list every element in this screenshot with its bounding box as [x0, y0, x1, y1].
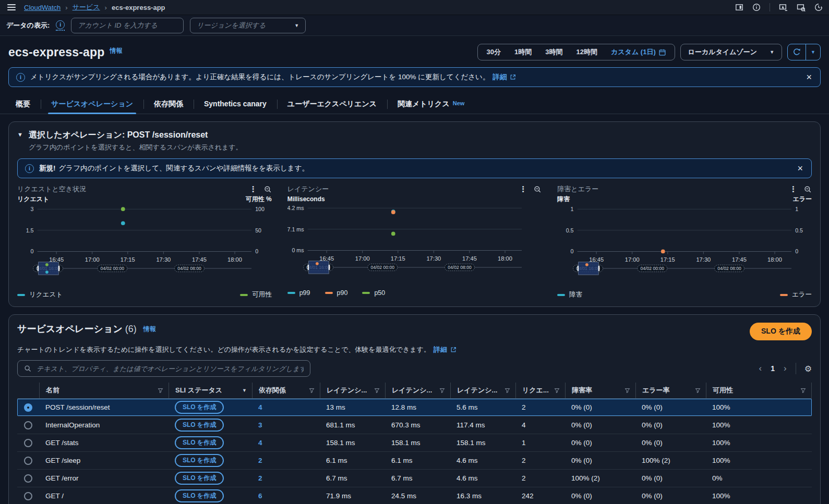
timeline-brush[interactable] — [308, 261, 329, 274]
create-slo-pill-button[interactable]: SLO を作成 — [175, 489, 224, 502]
gear-icon[interactable]: ⚙ — [803, 364, 812, 374]
timeline-brush[interactable] — [39, 262, 59, 275]
table-row-6[interactable]: GET /SLO を作成671.9 ms24.5 ms16.3 ms2420% … — [17, 487, 812, 504]
chart-menu-icon[interactable]: ⋮ — [519, 185, 527, 194]
data-point-エラー[interactable] — [661, 250, 665, 254]
column-header-10[interactable]: 可用性 — [706, 383, 812, 398]
breadcrumb-link-services[interactable]: サービス — [73, 3, 100, 12]
operations-details-link[interactable]: 詳細 — [434, 345, 447, 354]
zoom-out-icon[interactable] — [264, 186, 272, 193]
close-icon[interactable]: × — [805, 72, 813, 82]
zoom-out-icon[interactable] — [804, 186, 812, 193]
row-radio-button[interactable] — [24, 421, 32, 429]
collapse-caret-icon[interactable]: ▼ — [17, 130, 23, 138]
data-point-可用性[interactable] — [121, 207, 125, 211]
filter-icon[interactable] — [158, 388, 163, 394]
data-display-info-icon[interactable]: i — [56, 20, 65, 31]
column-header-7[interactable]: リクエ... — [515, 383, 565, 398]
row-radio-button[interactable] — [24, 403, 32, 412]
banner-details-link[interactable]: 詳細 — [492, 72, 507, 82]
column-header-6[interactable]: レイテンシ... — [450, 383, 515, 398]
legend-item-障害[interactable]: 障害 — [557, 290, 582, 299]
range-1h[interactable]: 1時間 — [508, 47, 538, 57]
legend-item-p99[interactable]: p99 — [287, 289, 310, 297]
column-header-2[interactable]: SLI ステータス▼ — [169, 383, 252, 398]
prev-page-button[interactable]: ‹ — [758, 363, 764, 374]
tab-related-metrics[interactable]: 関連メトリクスNew — [387, 95, 475, 114]
sort-caret-icon[interactable]: ▼ — [242, 388, 247, 393]
history-clock-icon[interactable] — [814, 3, 823, 11]
dependencies-link[interactable]: 6 — [258, 492, 262, 500]
table-row-3[interactable]: GET /statsSLO を作成4158.1 ms158.1 ms158.1 … — [17, 434, 812, 452]
close-icon[interactable]: × — [796, 164, 804, 173]
table-row-2[interactable]: InternalOperationSLO を作成3681.1 ms670.3 m… — [17, 416, 812, 434]
chart-menu-icon[interactable]: ⋮ — [789, 185, 797, 194]
table-row-1[interactable]: POST /session/resetSLO を作成413 ms12.8 ms5… — [17, 399, 812, 416]
filter-icon[interactable] — [309, 388, 315, 394]
create-slo-pill-button[interactable]: SLO を作成 — [175, 436, 224, 449]
dependencies-link[interactable]: 4 — [258, 403, 262, 411]
chart-menu-icon[interactable]: ⋮ — [249, 185, 257, 194]
refresh-button[interactable] — [788, 44, 806, 60]
data-point-リクエスト[interactable] — [121, 221, 125, 225]
table-row-5[interactable]: GET /errorSLO を作成26.7 ms6.7 ms4.6 ms2100… — [17, 470, 812, 487]
tab-user-experience[interactable]: ユーザーエクスペリエンス — [277, 95, 387, 114]
row-radio-button[interactable] — [24, 492, 32, 500]
create-slo-pill-button[interactable]: SLO を作成 — [175, 419, 224, 432]
tab-service-operations[interactable]: サービスオペレーション — [41, 95, 143, 114]
legend-item-エラー[interactable]: エラー — [780, 290, 812, 299]
menu-icon[interactable] — [6, 3, 17, 11]
screen-share-icon[interactable] — [779, 3, 788, 12]
zoom-out-icon[interactable] — [534, 186, 542, 193]
column-header-4[interactable]: レイテンシ... — [320, 383, 385, 398]
range-12h[interactable]: 12時間 — [570, 47, 604, 57]
account-id-input[interactable] — [71, 18, 184, 33]
column-header-1[interactable]: 名前 — [39, 383, 169, 398]
legend-item-リクエスト[interactable]: リクエスト — [17, 290, 63, 299]
range-3h[interactable]: 3時間 — [538, 47, 569, 57]
legend-item-p50[interactable]: p50 — [362, 289, 385, 297]
range-custom[interactable]: カスタム (1日) — [604, 47, 672, 57]
column-header-3[interactable]: 依存関係 — [252, 383, 320, 398]
row-radio-button[interactable] — [24, 457, 32, 465]
timezone-select[interactable]: ローカルタイムゾーン ▼ — [680, 44, 782, 60]
filter-icon[interactable] — [439, 388, 445, 394]
column-header-9[interactable]: エラー率 — [635, 383, 706, 398]
timeline-brush[interactable] — [579, 262, 599, 275]
range-30m[interactable]: 30分 — [480, 47, 508, 57]
table-row-4[interactable]: GET /sleepSLO を作成26.1 ms6.1 ms4.6 ms20% … — [17, 452, 812, 470]
breadcrumb-link-cloudwatch[interactable]: CloudWatch — [24, 4, 61, 11]
row-radio-button[interactable] — [24, 474, 32, 483]
filter-icon[interactable] — [695, 388, 701, 394]
filter-icon[interactable] — [504, 388, 510, 394]
page-info-link[interactable]: 情報 — [110, 46, 123, 55]
legend-item-p90[interactable]: p90 — [325, 289, 348, 297]
operations-filter-input[interactable] — [37, 365, 304, 373]
filter-icon[interactable] — [374, 388, 380, 394]
create-slo-pill-button[interactable]: SLO を作成 — [175, 472, 224, 485]
region-select[interactable]: リージョンを選択する ▼ — [190, 18, 306, 33]
create-slo-pill-button[interactable]: SLO を作成 — [175, 401, 224, 414]
filter-icon[interactable] — [624, 388, 630, 394]
screen-search-icon[interactable] — [797, 3, 806, 12]
split-panel-icon[interactable] — [735, 3, 743, 11]
dependencies-link[interactable]: 2 — [258, 474, 262, 482]
tab-overview[interactable]: 概要 — [5, 95, 41, 114]
create-slo-pill-button[interactable]: SLO を作成 — [175, 454, 224, 467]
filter-icon[interactable] — [554, 388, 560, 394]
data-point-p90[interactable] — [391, 210, 395, 214]
dependencies-link[interactable]: 2 — [258, 457, 262, 464]
chart-plot[interactable]: 31.5010050016:4517:0017:1517:3017:4518:0… — [17, 204, 272, 284]
chart-plot[interactable]: 10.5010.5016:4517:0017:1517:3017:4518:00… — [557, 204, 812, 284]
column-header-8[interactable]: 障害率 — [565, 383, 635, 398]
legend-item-可用性[interactable]: 可用性 — [240, 290, 272, 299]
chart-plot[interactable]: 14.2 ms7.1 ms0 ms16:4517:0017:1517:3017:… — [287, 203, 542, 283]
data-point-p50[interactable] — [391, 232, 395, 236]
row-radio-button[interactable] — [24, 439, 32, 447]
tab-synthetics-canary[interactable]: Synthetics canary — [194, 95, 277, 114]
dependencies-link[interactable]: 3 — [258, 421, 262, 429]
refresh-options-button[interactable]: ▼ — [806, 44, 820, 60]
dependencies-link[interactable]: 4 — [258, 439, 262, 447]
create-slo-button[interactable]: SLO を作成 — [750, 323, 812, 340]
tab-dependencies[interactable]: 依存関係 — [143, 95, 194, 114]
